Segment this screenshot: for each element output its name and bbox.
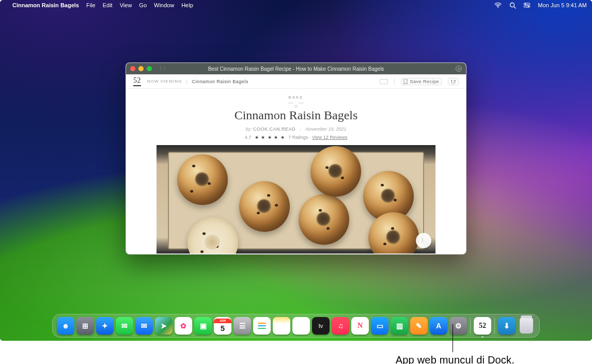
- annotation: App web muncul di Dock.: [0, 341, 592, 364]
- nav-forward-button[interactable]: 〉: [163, 65, 168, 72]
- dock-safari[interactable]: ✦: [96, 317, 114, 335]
- dock-maps[interactable]: ➤: [155, 317, 173, 335]
- dock-trash[interactable]: [518, 318, 535, 334]
- rating-stars-icon: ★ ★ ★ ★ ★: [255, 135, 285, 140]
- recipe-content: BAKE Cinnamon Raisin Bagels by: COOK.CAN…: [126, 89, 466, 254]
- page-subheader: 52 NOW VIEWING | Cinnamon Raisin Bagels …: [126, 74, 466, 89]
- menu-clock[interactable]: Mon Jun 5 9:41 AM: [538, 2, 587, 8]
- rating-count: 7 Ratings: [288, 135, 308, 140]
- dock-keynote[interactable]: ▭: [371, 317, 388, 335]
- menu-bar: Cinnamon Raisin Bagels File Edit View Go…: [0, 0, 592, 10]
- recipe-author[interactable]: COOK.CAN.READ: [253, 126, 295, 132]
- recipe-ratings: 4.7 ★ ★ ★ ★ ★ 7 Ratings · View 12 Review…: [135, 135, 457, 140]
- webapp-window: 〈 〉 Best Cinnamon Raisin Bagel Recipe - …: [126, 62, 466, 255]
- callout-text: App web muncul di Dock.: [396, 354, 515, 364]
- menu-edit[interactable]: Edit: [103, 2, 113, 8]
- recipe-date: November 19, 2021: [305, 126, 346, 132]
- dock-calendar[interactable]: JUN5: [214, 317, 231, 335]
- menu-app-name[interactable]: Cinnamon Raisin Bagels: [12, 2, 79, 8]
- bookmark-icon: [403, 79, 408, 84]
- wifi-icon[interactable]: [494, 2, 502, 9]
- rating-value: 4.7: [245, 135, 252, 140]
- email-icon[interactable]: [380, 79, 388, 84]
- window-title: Best Cinnamon Raisin Bagel Recipe - How …: [208, 66, 384, 72]
- dock: ☻⊞✦✉✉➤✿▣JUN5☰✎〰tv♫N▭▥✎A⚙ 52 ⬇: [52, 314, 540, 338]
- now-viewing-label: NOW VIEWING: [147, 79, 182, 84]
- save-recipe-button[interactable]: Save Recipe: [401, 78, 442, 85]
- dock-contacts[interactable]: ☰: [233, 317, 251, 335]
- menu-view[interactable]: View: [120, 2, 132, 8]
- dock-food52-webapp[interactable]: 52: [474, 317, 491, 335]
- window-titlebar[interactable]: 〈 〉 Best Cinnamon Raisin Bagel Recipe - …: [126, 63, 466, 74]
- dock-divider: [494, 318, 495, 334]
- dock-launchpad[interactable]: ⊞: [76, 317, 94, 335]
- dock-reminders[interactable]: [253, 317, 271, 335]
- dock-pages[interactable]: ✎: [410, 317, 428, 335]
- reviews-link[interactable]: View 12 Reviews: [312, 135, 347, 140]
- callout-leader-line: [453, 324, 453, 352]
- dock-music[interactable]: ♫: [332, 317, 349, 335]
- svg-point-6: [528, 6, 529, 7]
- nav-back-button[interactable]: 〈: [157, 65, 162, 72]
- recipe-hero-image: 〉: [157, 145, 435, 254]
- dock-downloads[interactable]: ⬇: [498, 317, 516, 335]
- menu-file[interactable]: File: [86, 2, 96, 8]
- dock-numbers[interactable]: ▥: [391, 317, 408, 335]
- dock-mail[interactable]: ✉: [135, 317, 153, 335]
- spotlight-icon[interactable]: [509, 2, 516, 9]
- dock-news[interactable]: N: [351, 317, 369, 335]
- dock-finder[interactable]: ☻: [57, 317, 74, 335]
- menu-go[interactable]: Go: [139, 2, 147, 8]
- breadcrumb-recipe-name: Cinnamon Raisin Bagels: [192, 79, 248, 84]
- macos-screen: Cinnamon Raisin Bagels File Edit View Go…: [0, 0, 592, 341]
- dock-divider: [470, 318, 471, 334]
- window-zoom-button[interactable]: [147, 66, 152, 71]
- svg-point-0: [497, 7, 498, 8]
- photo-next-button[interactable]: 〉: [416, 233, 431, 248]
- comments-button[interactable]: 12: [448, 78, 459, 85]
- svg-rect-3: [524, 3, 530, 5]
- control-center-icon[interactable]: [523, 2, 531, 9]
- dock-messages[interactable]: ✉: [116, 317, 133, 335]
- menu-window[interactable]: Window: [154, 2, 174, 8]
- dock-appstore[interactable]: A: [430, 317, 447, 335]
- svg-line-2: [514, 7, 516, 8]
- dock-notes[interactable]: ✎: [273, 317, 290, 335]
- recipe-title: Cinnamon Raisin Bagels: [135, 108, 457, 122]
- dock-photos[interactable]: ✿: [175, 317, 192, 335]
- menu-help[interactable]: Help: [181, 2, 193, 8]
- window-minimize-button[interactable]: [138, 66, 144, 71]
- svg-point-1: [510, 3, 514, 7]
- dock-facetime[interactable]: ▣: [194, 317, 212, 335]
- window-close-button[interactable]: [130, 66, 135, 71]
- extensions-icon[interactable]: ⊕: [456, 66, 462, 72]
- dock-tv[interactable]: tv: [312, 317, 330, 335]
- svg-point-5: [525, 3, 526, 4]
- recipe-byline: by: COOK.CAN.READ | November 19, 2021: [135, 126, 457, 132]
- category-divider-icon: [288, 101, 304, 104]
- dock-freeform[interactable]: 〰: [292, 317, 310, 335]
- site-logo[interactable]: 52: [133, 76, 141, 86]
- recipe-category: BAKE: [135, 95, 457, 100]
